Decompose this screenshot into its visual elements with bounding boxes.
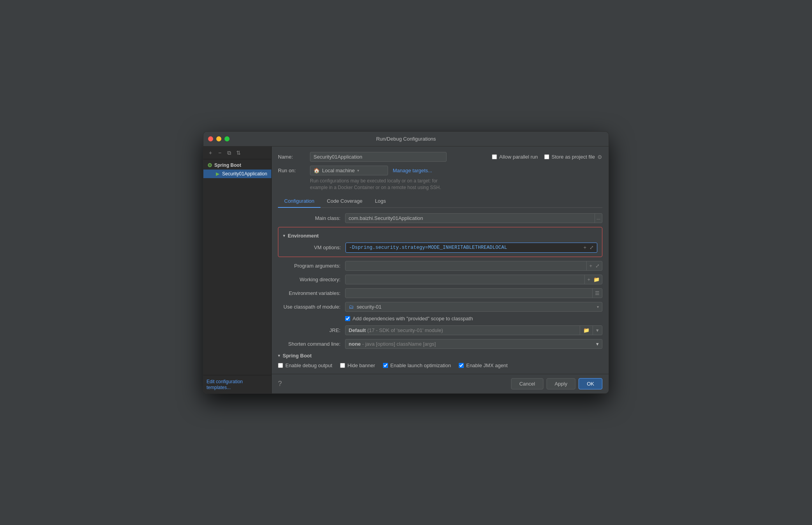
program-args-label: Program arguments: — [278, 263, 340, 269]
enable-jmx-label: Enable JMX agent — [466, 362, 508, 368]
close-button[interactable] — [208, 136, 213, 141]
vm-options-add-icon[interactable]: + — [582, 244, 587, 251]
run-on-label: Run on: — [278, 168, 305, 173]
ok-button[interactable]: OK — [579, 378, 602, 389]
configuration-tree: ⚙ Spring Boot ▶ Security01Application — [203, 159, 271, 375]
allow-parallel-run-label: Allow parallel run — [499, 154, 538, 160]
sidebar: + − ⧉ ⇅ ⚙ Spring Boot ▶ Se — [203, 146, 272, 393]
main-class-input[interactable] — [345, 214, 595, 223]
manage-targets-link[interactable]: Manage targets... — [393, 168, 432, 173]
classpath-module-row: Use classpath of module: 🗂 security-01 ▾ — [278, 302, 602, 312]
sort-config-button[interactable]: ⇅ — [235, 149, 242, 157]
working-dir-input[interactable] — [345, 275, 584, 284]
enable-jmx-checkbox[interactable] — [459, 363, 464, 368]
name-row: Name: Allow parallel run Store as projec… — [278, 152, 602, 162]
remove-config-button[interactable]: − — [216, 149, 224, 157]
security01-application-item[interactable]: ▶ Security01Application — [203, 170, 271, 178]
module-icon: 🗂 — [349, 304, 354, 310]
spring-boot-section: ▾ Spring Boot Enable debug output Hide b… — [278, 353, 602, 368]
enable-debug-checkbox[interactable] — [278, 363, 283, 368]
main-class-browse-btn[interactable]: ... — [595, 214, 602, 223]
vm-options-action-icons: + ⤢ — [582, 244, 597, 251]
run-config-icon: ▶ — [214, 171, 221, 177]
header-right-options: Allow parallel run Store as project file… — [492, 154, 602, 160]
shorten-cmd-select[interactable]: none - java [options] className [args] ▾ — [345, 339, 602, 349]
main-class-row: Main class: ... — [278, 213, 602, 223]
hide-banner-label: Hide banner — [347, 362, 375, 368]
vm-options-input[interactable] — [346, 243, 582, 252]
name-label: Name: — [278, 154, 305, 160]
hide-banner-option: Hide banner — [340, 362, 375, 368]
configuration-tabs: Configuration Code Coverage Logs — [278, 195, 602, 208]
help-button[interactable]: ? — [278, 380, 282, 388]
run-on-help-text: Run configurations may be executed local… — [310, 178, 602, 191]
program-args-input-wrapper: + ⤢ — [345, 261, 602, 271]
tab-logs[interactable]: Logs — [369, 195, 392, 208]
classpath-dropdown-arrow: ▾ — [597, 305, 599, 309]
maximize-button[interactable] — [224, 136, 230, 141]
allow-parallel-run-row: Allow parallel run — [492, 154, 538, 160]
titlebar: Run/Debug Configurations — [203, 132, 609, 146]
program-args-add-icon[interactable]: + — [588, 262, 593, 270]
main-header: Name: Allow parallel run Store as projec… — [272, 146, 609, 208]
vm-options-expand-icon[interactable]: ⤢ — [589, 244, 595, 251]
enable-launch-opt-checkbox[interactable] — [383, 363, 388, 368]
hide-banner-checkbox[interactable] — [340, 363, 345, 368]
working-dir-folder-icon[interactable]: 📁 — [593, 276, 600, 283]
minimize-button[interactable] — [216, 136, 221, 141]
spring-boot-collapse-arrow[interactable]: ▾ — [278, 353, 280, 358]
program-args-input[interactable] — [345, 261, 586, 270]
env-vars-row: Environment variables: ☰ — [278, 288, 602, 298]
environment-collapse-arrow[interactable]: ▾ — [283, 233, 285, 238]
enable-launch-opt-label: Enable launch optimization — [390, 362, 451, 368]
copy-config-button[interactable]: ⧉ — [225, 149, 233, 157]
run-on-value: Local machine — [322, 168, 355, 173]
jre-dropdown-button[interactable]: ▾ — [593, 326, 602, 335]
store-project-file-checkbox[interactable] — [544, 154, 549, 159]
env-vars-input[interactable] — [345, 289, 592, 298]
working-dir-add-icon[interactable]: + — [586, 276, 591, 283]
main-class-label: Main class: — [278, 215, 340, 221]
run-on-select[interactable]: 🏠 Local machine ▾ — [310, 166, 388, 175]
spring-boot-section-title: Spring Boot — [283, 353, 312, 359]
window-controls — [208, 136, 230, 141]
main-class-input-wrapper: ... — [345, 213, 602, 223]
jre-select[interactable]: Default (17 - SDK of 'security-01' modul… — [345, 325, 602, 335]
working-dir-row: Working directory: + 📁 — [278, 275, 602, 284]
shorten-cmd-row: Shorten command line: none - java [optio… — [278, 339, 602, 349]
browse-icon: ... — [597, 215, 600, 221]
enable-jmx-option: Enable JMX agent — [459, 362, 508, 368]
jre-browse-button[interactable]: 📁 — [580, 326, 593, 335]
tab-code-coverage[interactable]: Code Coverage — [321, 195, 369, 208]
apply-button[interactable]: Apply — [547, 378, 576, 389]
edit-templates-link[interactable]: Edit configuration templates... — [207, 379, 243, 390]
spring-boot-header: ▾ Spring Boot — [278, 353, 602, 359]
shorten-cmd-detail: - java [options] className [args] — [362, 341, 436, 347]
spring-boot-group[interactable]: ⚙ Spring Boot — [203, 161, 271, 170]
allow-parallel-run-checkbox[interactable] — [492, 154, 497, 159]
add-config-button[interactable]: + — [207, 149, 214, 157]
add-deps-label: Add dependencies with "provided" scope t… — [353, 316, 473, 321]
program-args-expand-icon[interactable]: ⤢ — [595, 262, 600, 270]
spring-boot-icon: ⚙ — [207, 162, 213, 168]
classpath-module-value: security-01 — [357, 304, 382, 310]
name-input[interactable] — [310, 152, 447, 162]
working-dir-action-icons: + 📁 — [584, 275, 602, 284]
env-vars-list-icon[interactable]: ☰ — [594, 289, 600, 297]
add-deps-row: Add dependencies with "provided" scope t… — [345, 316, 602, 321]
classpath-module-select[interactable]: 🗂 security-01 ▾ — [345, 302, 602, 312]
enable-debug-option: Enable debug output — [278, 362, 332, 368]
store-project-file-label: Store as project file — [552, 154, 595, 160]
main-content: + − ⧉ ⇅ ⚙ Spring Boot ▶ Se — [203, 146, 609, 393]
env-vars-action-icons: ☰ — [592, 289, 602, 298]
tab-configuration[interactable]: Configuration — [278, 195, 321, 208]
cancel-button[interactable]: Cancel — [511, 378, 543, 389]
footer-buttons: Cancel Apply OK — [511, 378, 602, 389]
classpath-module-label: Use classpath of module: — [278, 304, 340, 310]
enable-debug-label: Enable debug output — [285, 362, 332, 368]
project-file-gear-icon[interactable]: ⚙ — [597, 154, 602, 160]
jre-detail-value: (17 - SDK of 'security-01' module) — [367, 327, 443, 333]
window-title: Run/Debug Configurations — [376, 136, 436, 142]
security01-application-label: Security01Application — [222, 171, 267, 177]
add-deps-checkbox[interactable] — [345, 316, 350, 321]
